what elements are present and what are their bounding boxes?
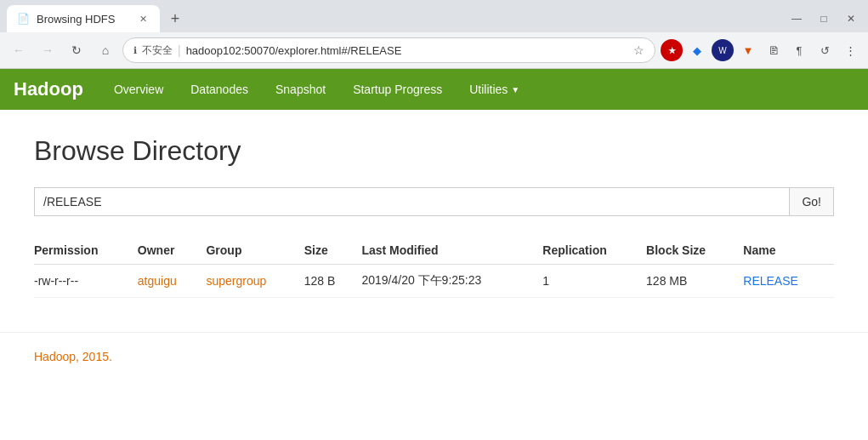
home-button[interactable]: ⌂ bbox=[94, 38, 117, 62]
toolbar-icons: ★ ◆ W ▼ 🖹 ¶ ↺ ⋮ bbox=[661, 39, 861, 61]
refresh-button[interactable]: ↻ bbox=[65, 38, 88, 62]
cell-name-link[interactable]: RELEASE bbox=[743, 265, 834, 298]
url-text: hadoop102:50070/explorer.html#/RELEASE bbox=[186, 44, 628, 57]
refresh-ext-icon[interactable]: ↺ bbox=[814, 39, 836, 61]
nav-item-datanodes[interactable]: Datanodes bbox=[177, 71, 262, 108]
extension-icon-4[interactable]: 🖹 bbox=[763, 39, 785, 61]
tab-close-button[interactable]: ✕ bbox=[136, 12, 150, 26]
cell-size: 128 B bbox=[304, 265, 362, 298]
col-owner: Owner bbox=[138, 237, 207, 265]
extension-icon-2[interactable]: W bbox=[712, 39, 734, 61]
insecure-label: 不安全 bbox=[142, 43, 173, 58]
cell-replication: 1 bbox=[542, 265, 646, 298]
maximize-button[interactable]: □ bbox=[817, 12, 831, 26]
nav-item-startup-progress[interactable]: Startup Progress bbox=[339, 71, 456, 108]
address-separator: | bbox=[178, 43, 181, 57]
nav-item-snapshot[interactable]: Snapshot bbox=[262, 71, 339, 108]
col-name: Name bbox=[743, 237, 834, 265]
extension-icon-3[interactable]: ▼ bbox=[737, 39, 759, 61]
col-block-size: Block Size bbox=[646, 237, 743, 265]
footer-text: Hadoop, 2015. bbox=[34, 350, 112, 363]
main-content: Browse Directory /RELEASE Go! Permission… bbox=[0, 110, 868, 323]
title-bar: 📄 Browsing HDFS ✕ + — □ ✕ bbox=[0, 0, 868, 32]
cell-block-size: 128 MB bbox=[646, 265, 743, 298]
close-button[interactable]: ✕ bbox=[844, 12, 858, 26]
table-body: -rw-r--r-- atguigu supergroup 128 B 2019… bbox=[34, 265, 834, 298]
nav-item-utilities[interactable]: Utilities ▼ bbox=[456, 71, 533, 108]
new-tab-button[interactable]: + bbox=[163, 7, 187, 31]
go-button[interactable]: Go! bbox=[789, 187, 834, 216]
security-icon: ℹ bbox=[133, 45, 137, 56]
browser-chrome: 📄 Browsing HDFS ✕ + — □ ✕ ← → ↻ ⌂ ℹ 不安全 … bbox=[0, 0, 868, 69]
address-bar[interactable]: ℹ 不安全 | hadoop102:50070/explorer.html#/R… bbox=[122, 37, 655, 63]
minimize-button[interactable]: — bbox=[790, 12, 803, 26]
extension-icon-5[interactable]: ¶ bbox=[788, 39, 810, 61]
cell-owner: atguigu bbox=[138, 265, 207, 298]
utilities-label: Utilities bbox=[469, 83, 508, 96]
menu-icon[interactable]: ⋮ bbox=[839, 39, 861, 61]
col-permission: Permission bbox=[34, 237, 138, 265]
tab-favicon: 📄 bbox=[17, 13, 30, 25]
cell-permission: -rw-r--r-- bbox=[34, 265, 138, 298]
utilities-dropdown-icon: ▼ bbox=[511, 85, 519, 94]
nav-item-overview[interactable]: Overview bbox=[100, 71, 177, 108]
col-size: Size bbox=[304, 237, 362, 265]
col-group: Group bbox=[206, 237, 304, 265]
tab-title: Browsing HDFS bbox=[37, 13, 115, 26]
adblock-icon[interactable]: ★ bbox=[661, 39, 683, 61]
extension-icon-1[interactable]: ◆ bbox=[686, 39, 708, 61]
footer: Hadoop, 2015. bbox=[0, 332, 868, 380]
cell-last-modified: 2019/4/20 下午9:25:23 bbox=[361, 265, 542, 298]
window-controls: — □ ✕ bbox=[790, 12, 861, 26]
path-input[interactable]: /RELEASE bbox=[34, 187, 789, 216]
path-bar: /RELEASE Go! bbox=[34, 187, 834, 216]
bookmark-icon[interactable]: ☆ bbox=[633, 43, 644, 57]
page-title: Browse Directory bbox=[34, 135, 834, 167]
hdfs-table: Permission Owner Group Size Last Modifie… bbox=[34, 237, 834, 298]
hadoop-brand: Hadoop bbox=[14, 78, 83, 100]
address-bar-row: ← → ↻ ⌂ ℹ 不安全 | hadoop102:50070/explorer… bbox=[0, 32, 868, 68]
cell-group: supergroup bbox=[206, 265, 304, 298]
back-button[interactable]: ← bbox=[7, 38, 31, 62]
table-header: Permission Owner Group Size Last Modifie… bbox=[34, 237, 834, 265]
col-last-modified: Last Modified bbox=[361, 237, 542, 265]
hadoop-navbar: Hadoop Overview Datanodes Snapshot Start… bbox=[0, 69, 868, 110]
col-replication: Replication bbox=[542, 237, 646, 265]
forward-button[interactable]: → bbox=[36, 38, 60, 62]
browser-tab[interactable]: 📄 Browsing HDFS ✕ bbox=[7, 5, 160, 32]
table-row: -rw-r--r-- atguigu supergroup 128 B 2019… bbox=[34, 265, 834, 298]
